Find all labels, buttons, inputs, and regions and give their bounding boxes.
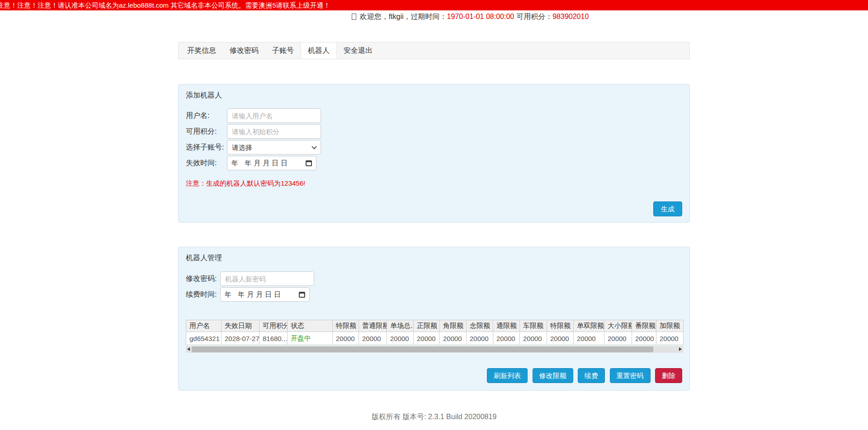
welcome-text: 欢迎您，ftkgii，过期时间： [360, 13, 447, 20]
initial-points-label: 可用积分: [186, 127, 227, 136]
tab-draw-info[interactable]: 开奖信息 [180, 42, 223, 59]
renew-date-row: 续费时间: 年 年月月日日 [186, 287, 682, 302]
new-password-input[interactable] [220, 271, 314, 286]
delete-button[interactable]: 删除 [655, 368, 682, 383]
subaccount-label: 选择子账号: [186, 143, 227, 152]
table-cell: 20000 [414, 332, 440, 345]
col-jiao-limit: 角限额 [440, 320, 467, 332]
col-normal-limit: 普通限额 [359, 320, 387, 332]
expire-date-row: 失效时间: 年 年月月日日 [186, 156, 682, 170]
robot-management-title: 机器人管理 [186, 253, 682, 262]
calendar-icon[interactable] [299, 292, 305, 298]
col-danshuang-limit: 单双限额 [574, 320, 604, 332]
default-password-note: 注意：生成的机器人默认密码为123456! [186, 179, 682, 188]
refresh-list-button[interactable]: 刷新列表 [487, 368, 528, 383]
generate-button[interactable]: 生成 [653, 201, 682, 216]
table-cell: 20000 [520, 332, 547, 345]
robots-table: 用户名 失效日期 可用积分 状态 特限额 普通限额 单场总... 正限额 角限额… [186, 320, 684, 345]
table-row[interactable]: gd654321 2028-07-27 81680... 开盘中 20000 2… [186, 332, 684, 345]
cell-expire-date: 2028-07-27 [222, 332, 259, 345]
col-points: 可用积分 [259, 320, 288, 332]
calendar-icon[interactable] [306, 160, 312, 166]
new-password-row: 修改密码: [186, 271, 682, 286]
table-cell: 20000 [359, 332, 387, 345]
expire-date-label: 失效时间: [186, 159, 227, 168]
management-buttons: 刷新列表 修改限额 续费 重置密码 删除 [186, 368, 682, 383]
table-cell: 20000 [440, 332, 467, 345]
points-value: 983902010 [552, 13, 589, 20]
main-container: 开奖信息 修改密码 子账号 机器人 安全退出 添加机器人 用户名: 可用积分: … [178, 42, 690, 391]
scroll-left-arrow-icon[interactable] [187, 347, 190, 351]
col-match-total-limit: 单场总... [387, 320, 414, 332]
tab-logout[interactable]: 安全退出 [337, 42, 379, 59]
table-cell: 20000 [656, 332, 684, 345]
modify-limit-button[interactable]: 修改限额 [533, 368, 573, 383]
col-expire-date: 失效日期 [222, 320, 259, 332]
col-special-limit: 特限额 [333, 320, 359, 332]
col-fan-limit: 番限额 [632, 320, 656, 332]
user-icon [352, 14, 356, 20]
horizontal-scrollbar[interactable] [186, 346, 683, 353]
col-zheng-limit: 正限额 [414, 320, 440, 332]
col-che-limit: 车限额 [520, 320, 547, 332]
table-cell: 20000 [547, 332, 574, 345]
table-cell: 20000 [632, 332, 656, 345]
table-cell: 20000 [604, 332, 632, 345]
tab-bar: 开奖信息 修改密码 子账号 机器人 安全退出 [178, 42, 690, 59]
subaccount-row: 选择子账号: 请选择 [186, 140, 682, 154]
col-status: 状态 [288, 320, 333, 332]
add-robot-title: 添加机器人 [186, 91, 682, 100]
domain-warning-banner: 注意！注意！注意！请认准本公司域名为az.lebo888t.com 其它域名非本… [0, 0, 868, 10]
tab-robot[interactable]: 机器人 [301, 42, 337, 59]
expire-date-input[interactable]: 年 年月月日日 [227, 156, 316, 170]
table-cell: 20000 [467, 332, 493, 345]
username-label: 用户名: [186, 111, 227, 121]
copyright-footer: 版权所有 版本号: 2.3.1 Build 20200819 [0, 412, 868, 422]
cell-status: 开盘中 [288, 332, 333, 345]
initial-points-row: 可用积分: [186, 124, 682, 139]
scroll-right-arrow-icon[interactable] [679, 347, 682, 351]
add-robot-panel: 添加机器人 用户名: 可用积分: 选择子账号: 请选择 失效时间: [178, 84, 690, 223]
table-cell: 20000 [387, 332, 414, 345]
table-cell: 20000 [574, 332, 604, 345]
robots-table-wrap: 用户名 失效日期 可用积分 状态 特限额 普通限额 单场总... 正限额 角限额… [186, 320, 682, 353]
table-header-row: 用户名 失效日期 可用积分 状态 特限额 普通限额 单场总... 正限额 角限额… [186, 320, 684, 332]
cell-points: 81680... [259, 332, 288, 345]
reset-password-button[interactable]: 重置密码 [610, 368, 651, 383]
welcome-bar: 欢迎您，ftkgii，过期时间：1970-01-01 08:00:00可用积分：… [0, 12, 868, 21]
robot-management-form: 修改密码: 续费时间: 年 年月月日日 [186, 271, 682, 302]
col-nian-limit: 念限额 [467, 320, 493, 332]
username-row: 用户名: [186, 108, 682, 123]
scrollbar-thumb[interactable] [192, 346, 653, 352]
tab-subaccount[interactable]: 子账号 [265, 42, 301, 59]
subaccount-select-wrap: 请选择 [227, 140, 321, 154]
date-placeholder-text: 年 年月月日日 [225, 290, 283, 299]
subaccount-select[interactable]: 请选择 [227, 140, 321, 154]
col-username: 用户名 [186, 320, 222, 332]
col-tong-limit: 通限额 [493, 320, 520, 332]
table-cell: 20000 [493, 332, 520, 345]
add-robot-form: 用户名: 可用积分: 选择子账号: 请选择 失效时间: 年 年月月日 [186, 108, 682, 188]
col-jia-limit: 加限额 [656, 320, 684, 332]
tab-change-password[interactable]: 修改密码 [223, 42, 265, 59]
renew-date-label: 续费时间: [186, 290, 220, 299]
expire-time-value: 1970-01-01 08:00:00 [447, 13, 514, 20]
robot-management-panel: 机器人管理 修改密码: 续费时间: 年 年月月日日 [178, 247, 690, 391]
renew-date-input[interactable]: 年 年月月日日 [220, 287, 310, 302]
cell-username: gd654321 [186, 332, 222, 345]
renew-button[interactable]: 续费 [578, 368, 605, 383]
initial-points-input[interactable] [227, 124, 321, 139]
date-placeholder-text: 年 年月月日日 [231, 159, 290, 168]
col-daxiao-limit: 大小限额 [604, 320, 632, 332]
table-cell: 20000 [333, 332, 359, 345]
new-password-label: 修改密码: [186, 274, 220, 284]
username-input[interactable] [227, 108, 321, 123]
col-te-limit: 特限额 [547, 320, 574, 332]
points-label: 可用积分： [516, 13, 552, 20]
